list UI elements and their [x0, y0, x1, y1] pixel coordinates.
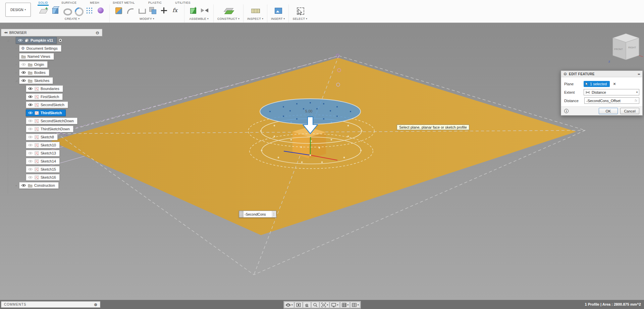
visibility-eye-icon[interactable] [28, 143, 33, 147]
expand-arrow-icon[interactable]: ▸ [14, 55, 19, 58]
dropdown-caret-icon[interactable]: ▾ [291, 304, 293, 306]
group-menu-create[interactable]: CREATE▾ [65, 17, 79, 20]
grid-settings-button[interactable]: ▾ [340, 302, 350, 308]
measure-icon[interactable] [250, 5, 260, 15]
browser-item-sketch15[interactable]: Sketch15 [26, 166, 60, 173]
browser-item-thirdsketch[interactable]: ThirdSketch [26, 109, 66, 116]
offset-plane-icon[interactable] [223, 5, 233, 15]
group-menu-modify[interactable]: MODIFY▾ [140, 17, 154, 20]
visibility-eye-icon[interactable] [18, 39, 23, 42]
parameters-fx-icon[interactable] [170, 5, 180, 15]
browser-item-sketch14[interactable]: Sketch14 [26, 158, 60, 165]
pan-button[interactable] [303, 302, 311, 308]
browser-item-boundaries[interactable]: Boundaries [26, 85, 63, 92]
browser-item-origin[interactable]: Origin [19, 61, 48, 68]
dropdown-caret-icon[interactable]: ▾ [347, 304, 349, 306]
browser-item-named-views[interactable]: Named Views [19, 53, 54, 60]
group-menu-inspect[interactable]: INSPECT▾ [247, 17, 263, 20]
visibility-eye-icon[interactable] [28, 103, 33, 106]
browser-item-sketches[interactable]: Sketches [19, 77, 53, 84]
pattern-icon[interactable] [84, 5, 94, 15]
visibility-eye-icon[interactable] [28, 95, 33, 98]
create-sketch-icon[interactable] [39, 5, 49, 15]
orbit-button[interactable]: ▾ [284, 302, 294, 308]
browser-item-sketch13[interactable]: Sketch13 [26, 150, 60, 157]
collapse-panel-icon[interactable]: ◀◀ [4, 31, 7, 34]
expand-arrow-icon[interactable]: ▸ [14, 47, 19, 50]
collapse-arrow-icon[interactable]: ◢ [6, 39, 16, 42]
more-options-icon[interactable]: ⋮ [272, 213, 276, 216]
fillet-icon[interactable] [125, 5, 135, 15]
joint-icon[interactable] [200, 5, 210, 15]
minimize-panel-icon[interactable]: ⊖ [96, 31, 99, 35]
move-icon[interactable] [159, 5, 169, 15]
dropdown-caret-icon[interactable]: ▾ [358, 304, 359, 306]
plane-selected-chip[interactable]: 1 selected [584, 81, 610, 87]
expand-arrow-icon[interactable]: ▸ [14, 184, 19, 187]
extrude-icon[interactable] [50, 5, 60, 15]
clear-selection-icon[interactable]: × [613, 82, 616, 86]
revolve-icon[interactable] [61, 5, 71, 15]
group-menu-insert[interactable]: INSERT▾ [271, 17, 285, 20]
drag-handle-icon[interactable] [239, 211, 244, 217]
browser-item-bodies[interactable]: Bodies [19, 69, 49, 76]
zoom-button[interactable] [311, 302, 319, 308]
distance-input[interactable]: -SecondCons_Offset fx [584, 97, 639, 104]
insert-canvas-icon[interactable] [273, 5, 283, 15]
browser-item-secondsketch[interactable]: SecondSketch [26, 101, 68, 108]
visibility-eye-icon[interactable] [21, 184, 26, 187]
form-icon[interactable] [96, 5, 106, 15]
dialog-expand-icon[interactable]: ▸▸ [638, 73, 640, 76]
extent-dropdown[interactable]: Distance ▾ [584, 89, 639, 95]
offset-distance-input[interactable] [244, 211, 272, 217]
activate-component-radio[interactable] [58, 38, 62, 42]
browser-item-sketch16[interactable]: Sketch16 [26, 174, 60, 181]
fit-button[interactable]: ▾ [320, 302, 330, 308]
cancel-button[interactable]: Cancel [620, 108, 639, 114]
visibility-eye-icon[interactable] [28, 87, 33, 90]
ok-button[interactable]: OK [599, 108, 618, 114]
shell-icon[interactable] [136, 5, 146, 15]
browser-item-pumpkin-v11[interactable]: Pumpkin v11 [16, 37, 57, 44]
browser-item-document-settings[interactable]: ⚙Document Settings [19, 45, 61, 52]
dialog-header[interactable]: ⊖ EDIT FEATURE ▸▸ [561, 71, 642, 77]
visibility-eye-icon[interactable] [28, 119, 33, 123]
visibility-eye-icon[interactable] [28, 127, 33, 131]
look-at-button[interactable] [294, 302, 303, 308]
browser-item-thirdsketchdown[interactable]: ThirdSketchDown [26, 126, 73, 132]
browser-item-construction[interactable]: Construction [19, 182, 59, 189]
design-menu-button[interactable]: DESIGN▾ [5, 3, 31, 17]
browser-item-secondsketchdown[interactable]: SecondSketchDown [26, 118, 77, 124]
expand-arrow-icon[interactable]: ▸ [14, 71, 19, 74]
viewports-button[interactable]: ▾ [350, 302, 360, 308]
browser-item-sketch8[interactable]: Sketch8 [26, 134, 58, 140]
visibility-eye-icon[interactable] [28, 135, 33, 139]
dropdown-caret-icon[interactable]: ▾ [327, 304, 328, 306]
sweep-icon[interactable] [73, 5, 83, 15]
visibility-eye-icon[interactable] [21, 79, 26, 82]
info-icon[interactable]: i [564, 109, 569, 113]
collapse-arrow-icon[interactable]: ◢ [14, 79, 19, 82]
visibility-eye-icon[interactable] [28, 160, 33, 163]
display-settings-button[interactable]: ▾ [330, 302, 340, 308]
new-component-icon[interactable] [188, 5, 198, 15]
visibility-eye-icon[interactable] [21, 63, 26, 66]
dropdown-caret-icon[interactable]: ▾ [337, 304, 338, 306]
group-menu-construct[interactable]: CONSTRUCT▾ [217, 17, 239, 20]
visibility-eye-icon[interactable] [28, 168, 33, 171]
group-menu-assemble[interactable]: ASSEMBLE▾ [189, 17, 209, 20]
press-pull-icon[interactable] [113, 5, 123, 15]
browser-header[interactable]: ◀◀ BROWSER ⊖ [1, 29, 102, 36]
group-menu-select[interactable]: SELECT▾ [292, 17, 307, 20]
expand-arrow-icon[interactable]: ▸ [14, 63, 19, 66]
combine-icon[interactable] [148, 5, 158, 15]
visibility-eye-icon[interactable] [28, 111, 33, 115]
browser-item-firstsketch[interactable]: FirstSketch [26, 93, 63, 100]
browser-item-sketch10[interactable]: Sketch10 [26, 142, 60, 148]
visibility-eye-icon[interactable] [21, 71, 26, 74]
dialog-collapse-icon[interactable]: ⊖ [564, 72, 567, 76]
comments-panel[interactable]: COMMENTS ⊕ [1, 301, 100, 308]
visibility-eye-icon[interactable] [28, 176, 33, 179]
add-comment-icon[interactable]: ⊕ [94, 303, 97, 307]
visibility-eye-icon[interactable] [28, 151, 33, 155]
